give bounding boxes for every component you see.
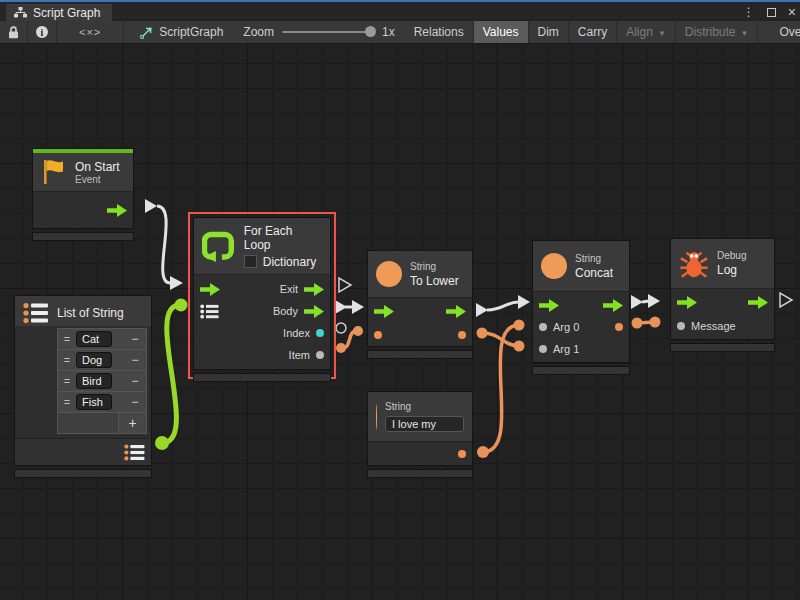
list-input-port[interactable] — [200, 304, 219, 319]
remove-item-button[interactable]: − — [128, 395, 142, 409]
list-item-field[interactable]: Bird — [76, 373, 112, 389]
zoom-slider[interactable] — [282, 31, 374, 33]
string-value-input[interactable] — [385, 416, 464, 432]
exit-port[interactable]: Exit — [280, 283, 324, 296]
flow-input-port[interactable] — [200, 283, 220, 296]
list-item-field[interactable]: Cat — [76, 331, 112, 347]
node-list-of-string[interactable]: List of String = Cat − = Dog − = — [14, 295, 152, 478]
flow-output-port[interactable] — [446, 305, 466, 318]
string-type-icon — [541, 253, 567, 279]
add-item-button[interactable]: + — [118, 413, 146, 433]
node-for-each-loop[interactable]: For Each Loop Dictionary Exit — [193, 217, 331, 382]
node-string-literal[interactable]: String — [367, 391, 473, 478]
lock-icon — [8, 26, 19, 39]
index-value-marker — [336, 323, 346, 333]
node-string-concat[interactable]: String Concat — [532, 240, 630, 375]
tab-script-graph[interactable]: Script Graph — [6, 4, 112, 21]
flow-input-port[interactable] — [374, 305, 394, 318]
drag-handle-icon[interactable]: = — [62, 375, 72, 387]
node-footer — [367, 350, 473, 359]
list-editor: = Cat − = Dog − = Bird − = — [57, 328, 147, 434]
zoom-slider-handle[interactable] — [365, 26, 376, 37]
window-controls: ⋮ × — [743, 4, 796, 20]
list-item-field[interactable]: Fish — [76, 394, 112, 410]
flow-output-port[interactable] — [748, 296, 768, 309]
body-port[interactable]: Body — [273, 305, 324, 318]
overview-button[interactable]: Overview — [770, 21, 800, 43]
dictionary-checkbox[interactable] — [244, 255, 257, 268]
flow-arrow-icon — [539, 299, 559, 312]
flow-arrow-icon — [748, 296, 768, 309]
list-item-field[interactable]: Dog — [76, 352, 112, 368]
dim-button[interactable]: Dim — [529, 21, 569, 43]
graph-hierarchy-icon — [14, 7, 27, 18]
node-footer — [532, 366, 630, 375]
list-output-port[interactable] — [124, 444, 145, 461]
node-title: Concat — [575, 266, 613, 280]
index-port[interactable]: Index — [283, 327, 324, 339]
flow-arrow-icon — [304, 305, 324, 318]
node-title: On Start — [75, 160, 120, 174]
remove-item-button[interactable]: − — [128, 353, 142, 367]
arg0-port[interactable]: Arg 0 — [539, 321, 585, 333]
drag-handle-icon[interactable]: = — [62, 396, 72, 408]
close-icon[interactable]: × — [788, 7, 796, 17]
flow-output-port[interactable] — [603, 299, 623, 312]
chevron-down-icon: ▼ — [658, 29, 666, 38]
list-icon — [23, 302, 49, 324]
values-button[interactable]: Values — [474, 21, 529, 43]
node-category: Debug — [717, 250, 746, 261]
wire-flow-onstart-foreach — [145, 199, 183, 290]
string-output-port[interactable] — [615, 323, 623, 331]
node-on-start[interactable]: On Start Event — [32, 148, 134, 241]
maximize-icon[interactable] — [767, 8, 776, 17]
align-button[interactable]: Align▼ — [617, 21, 676, 43]
node-category: String — [575, 253, 613, 264]
message-port[interactable]: Message — [677, 320, 742, 332]
graph-name: ScriptGraph — [124, 21, 233, 43]
flow-arrow-icon — [304, 283, 324, 296]
window-menu-icon[interactable]: ⋮ — [743, 5, 755, 19]
wire-value-item-tolower — [336, 326, 363, 353]
node-title: Log — [717, 263, 746, 277]
dictionary-label: Dictionary — [263, 255, 316, 269]
wire-value-concat-message — [632, 317, 661, 329]
flow-input-port[interactable] — [539, 299, 559, 312]
item-port[interactable]: Item — [289, 349, 324, 361]
node-subtitle: Event — [75, 174, 120, 185]
wire-flow-body-tolower — [335, 300, 364, 314]
drag-handle-icon[interactable]: = — [62, 333, 72, 345]
script-graph-icon — [140, 26, 153, 39]
wire-flow-tolower-concat — [476, 295, 530, 317]
string-input-port[interactable] — [374, 331, 382, 339]
zoom-control: Zoom 1x — [233, 21, 404, 43]
carry-button[interactable]: Carry — [569, 21, 617, 43]
graph-canvas[interactable]: On Start Event — [0, 44, 800, 600]
list-icon — [200, 304, 219, 319]
graph-toolbar: i <×> ScriptGraph Zoom 1x Relations Valu… — [0, 21, 800, 44]
inspect-button[interactable]: i — [28, 21, 57, 43]
list-item-row: = Dog − — [58, 350, 146, 371]
value-port-dot — [316, 351, 324, 359]
zoom-label: Zoom — [243, 25, 274, 39]
flow-input-port[interactable] — [677, 296, 697, 309]
arg1-port[interactable]: Arg 1 — [539, 343, 585, 355]
zoom-value: 1x — [382, 25, 395, 39]
distribute-button[interactable]: Distribute▼ — [676, 21, 759, 43]
edit-source-button[interactable]: <×> — [57, 21, 124, 43]
relations-button[interactable]: Relations — [405, 21, 474, 43]
string-output-port[interactable] — [458, 331, 466, 339]
string-output-port[interactable] — [458, 450, 466, 458]
flow-arrow-icon — [677, 296, 697, 309]
remove-item-button[interactable]: − — [128, 374, 142, 388]
drag-handle-icon[interactable]: = — [62, 354, 72, 366]
node-title: For Each Loop — [244, 224, 322, 252]
remove-item-button[interactable]: − — [128, 332, 142, 346]
list-item-row: = Cat − — [58, 329, 146, 350]
node-string-to-lower[interactable]: String To Lower — [367, 250, 473, 359]
flow-arrow-icon — [200, 283, 220, 296]
string-type-icon — [376, 404, 377, 430]
lock-button[interactable] — [0, 21, 28, 43]
node-debug-log[interactable]: Debug Log — [670, 238, 775, 352]
flow-output-port[interactable] — [107, 204, 127, 217]
